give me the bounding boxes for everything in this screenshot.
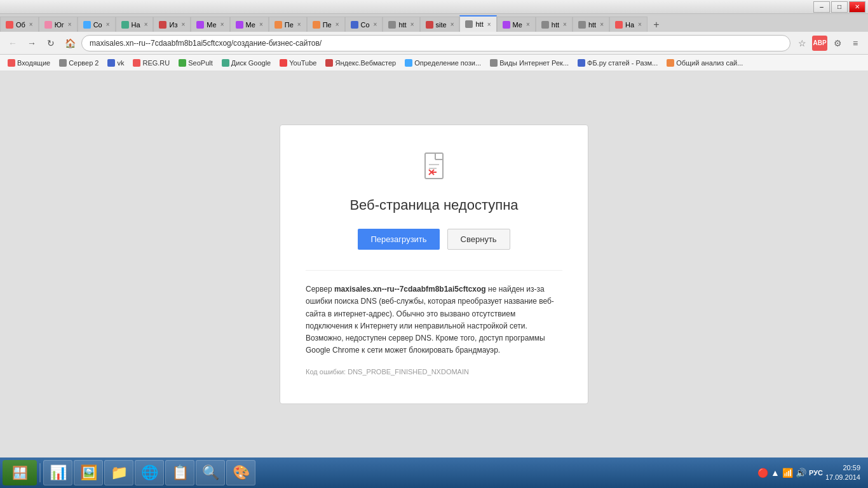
tab-tab6[interactable]: Ме× [191, 17, 229, 32]
bookmark-item[interactable]: Диск Google [218, 58, 275, 68]
tab-tab13[interactable]: htt× [459, 15, 496, 32]
tab-label-tab9: Пе [323, 21, 332, 29]
tab-tab5[interactable]: Из× [153, 17, 191, 32]
tab-close-tab7[interactable]: × [259, 21, 263, 28]
error-page-icon [419, 151, 449, 187]
tray-volume[interactable]: 🔊 [796, 468, 806, 478]
taskbar-search[interactable]: 🔍 [196, 460, 225, 485]
address-icons: ☆ ABP ⚙ ≡ [794, 36, 863, 51]
url-input[interactable] [81, 35, 790, 51]
tab-label-tab1: Об [16, 21, 25, 29]
tab-close-tab12[interactable]: × [451, 21, 454, 28]
tab-close-tab4[interactable]: × [144, 21, 148, 28]
tab-tab8[interactable]: Пе× [269, 17, 307, 32]
tab-close-tab5[interactable]: × [181, 21, 185, 28]
bookmark-item[interactable]: Сервер 2 [55, 58, 102, 68]
bookmark-label: ФБ.ру статей - Разм... [587, 59, 658, 67]
bookmark-item[interactable]: Общий анализ сай... [663, 58, 747, 68]
forward-button[interactable]: → [24, 36, 39, 51]
tab-tab9[interactable]: Пе× [307, 17, 345, 32]
tab-tab12[interactable]: site× [420, 17, 460, 32]
tray-lang[interactable]: РУС [809, 469, 823, 477]
tab-close-tab1[interactable]: × [29, 21, 33, 28]
minimize-button[interactable]: – [813, 1, 830, 13]
tab-label-tab12: site [436, 21, 447, 29]
tab-close-tab3[interactable]: × [106, 21, 110, 28]
tab-close-tab11[interactable]: × [410, 21, 414, 28]
bookmark-favicon [222, 59, 229, 67]
back-button[interactable]: ← [5, 36, 20, 51]
bookmark-item[interactable]: Яндекс.Вебмастер [322, 58, 400, 68]
tab-close-tab13[interactable]: × [487, 21, 491, 28]
maximize-button[interactable]: □ [831, 1, 848, 13]
tab-close-tab14[interactable]: × [526, 21, 530, 28]
bookmark-item[interactable]: vk [104, 58, 128, 68]
tab-close-tab8[interactable]: × [297, 21, 301, 28]
bookmark-favicon [405, 59, 412, 67]
tab-tab2[interactable]: Юг× [39, 17, 78, 32]
clock[interactable]: 20:59 17.09.2014 [825, 463, 860, 483]
tab-tab14[interactable]: Ме× [497, 17, 536, 32]
bookmark-label: Определение пози... [414, 59, 481, 67]
bookmark-item[interactable]: SeoPult [175, 58, 217, 68]
tab-tab7[interactable]: Ме× [230, 17, 269, 32]
taskbar-separator [39, 463, 41, 482]
tab-close-tab6[interactable]: × [220, 21, 224, 28]
tab-close-tab10[interactable]: × [374, 21, 377, 28]
tray-network[interactable]: 📶 [782, 468, 793, 478]
extensions-button[interactable]: ⚙ [830, 36, 845, 51]
new-tab-button[interactable]: + [648, 18, 665, 32]
tab-favicon-tab5 [159, 21, 166, 29]
bookmark-favicon [280, 59, 287, 67]
taskbar-excel[interactable]: 📊 [43, 460, 72, 485]
bookmark-item[interactable]: Входящие [4, 58, 54, 68]
taskbar-chrome[interactable]: 🌐 [135, 460, 164, 485]
tray-expand[interactable]: ▲ [771, 468, 780, 478]
tab-favicon-tab6 [196, 21, 204, 29]
tab-tab1[interactable]: Об× [0, 17, 39, 32]
tab-tab4[interactable]: На× [116, 17, 154, 32]
tab-tab17[interactable]: На× [609, 17, 648, 32]
start-button[interactable]: 🪟 [3, 460, 37, 485]
home-button[interactable]: 🏠 [62, 36, 78, 51]
menu-button[interactable]: ≡ [848, 36, 863, 51]
tab-tab10[interactable]: Co× [345, 17, 383, 32]
tab-close-tab17[interactable]: × [638, 21, 642, 28]
bookmark-favicon [578, 59, 585, 67]
tab-close-tab9[interactable]: × [336, 21, 339, 28]
bookmark-item[interactable]: ФБ.ру статей - Разм... [574, 58, 661, 68]
bookmark-favicon [667, 59, 674, 67]
tab-close-tab15[interactable]: × [563, 21, 567, 28]
tab-close-tab2[interactable]: × [68, 21, 72, 28]
taskbar-paint[interactable]: 🎨 [226, 460, 255, 485]
bookmark-item[interactable]: REG.RU [129, 58, 173, 68]
tab-tab3[interactable]: Со× [78, 17, 116, 32]
reload-button[interactable]: ↻ [43, 36, 58, 51]
taskbar-app5[interactable]: 📋 [165, 460, 194, 485]
tab-tab11[interactable]: htt× [383, 17, 419, 32]
taskbar-folder[interactable]: 📁 [104, 460, 133, 485]
error-card: Веб-страница недоступна Перезагрузить Св… [280, 125, 588, 404]
tab-tab15[interactable]: htt× [536, 17, 573, 32]
tray-kaspersky[interactable]: 🔴 [757, 468, 768, 478]
tab-favicon-tab1 [6, 21, 13, 29]
collapse-button[interactable]: Свернуть [447, 229, 510, 250]
tab-favicon-tab14 [503, 21, 510, 29]
bookmark-item[interactable]: YouTube [276, 58, 320, 68]
adblock-button[interactable]: ABP [812, 36, 827, 51]
tab-favicon-tab9 [313, 21, 320, 29]
reload-page-button[interactable]: Перезагрузить [358, 229, 439, 250]
tab-tab16[interactable]: htt× [573, 17, 609, 32]
tab-favicon-tab3 [83, 21, 91, 29]
tab-favicon-tab8 [275, 21, 282, 29]
bookmark-star-button[interactable]: ☆ [794, 36, 810, 51]
error-details: Сервер maxisales.xn--ru--7cdaabfm8b1ai5c… [306, 270, 562, 378]
bookmark-label: Яндекс.Вебмастер [335, 59, 396, 67]
error-buttons: Перезагрузить Свернуть [358, 229, 510, 250]
close-button[interactable]: ✕ [849, 1, 865, 13]
taskbar-explorer[interactable]: 🖼️ [74, 460, 103, 485]
tab-close-tab16[interactable]: × [600, 21, 604, 28]
bookmark-label: SeoPult [188, 59, 213, 67]
bookmark-item[interactable]: Виды Интернет Рек... [486, 58, 573, 68]
bookmark-item[interactable]: Определение пози... [401, 58, 485, 68]
